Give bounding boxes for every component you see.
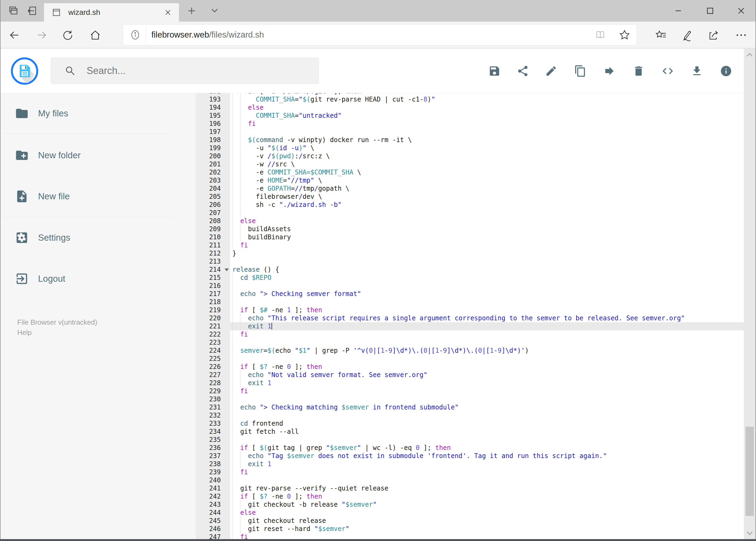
sidebar-item-new-folder[interactable]: New folder [15,147,81,164]
copy-button[interactable] [573,64,588,78]
code-line[interactable]: echo "Tag $semver does not exist in subm… [230,452,744,460]
search-input[interactable]: Search... [51,57,319,84]
fold-arrow-icon[interactable] [225,269,229,271]
set-tabs-aside-icon[interactable] [26,5,38,17]
code-line[interactable]: filebrowser/dev \ [230,193,744,201]
scroll-down-icon[interactable] [745,529,754,537]
vertical-scrollbar[interactable] [744,49,755,539]
code-line[interactable] [230,476,744,484]
code-line[interactable]: COMMIT_SHA="untracked" [230,112,744,120]
sidebar-item-new-file[interactable]: New file [15,188,70,205]
code-line[interactable]: fi [230,387,744,395]
forward-icon[interactable] [36,29,48,41]
move-button[interactable] [602,64,617,78]
code-line[interactable]: exit 1 [230,379,744,387]
code-line[interactable]: sh -c "./wizard.sh -b" [230,201,744,209]
rename-button[interactable] [544,64,559,78]
code-line[interactable]: echo "> Checking matching $semver in fro… [230,403,744,411]
code-line[interactable]: echo "Not valid semver format. See semve… [230,371,744,379]
code-line[interactable]: cd frontend [230,419,744,427]
favorite-star-icon[interactable] [619,29,631,41]
code-line[interactable]: else [230,217,744,225]
code-line[interactable]: $(command -v winpty) docker run --rm -it… [230,136,744,144]
code-line[interactable]: fi [230,241,744,249]
code-line[interactable]: -u "$(id -u)" \ [230,144,744,152]
delete-button[interactable] [631,64,646,78]
code-line[interactable] [230,128,744,136]
share-button[interactable] [516,64,530,78]
code-line[interactable]: git checkout release [230,517,744,525]
code-line[interactable]: git fetch --all [230,427,744,436]
code-line[interactable]: echo "> Checking semver format" [230,290,744,298]
code-line[interactable] [230,395,744,403]
help-link[interactable]: Help [17,328,32,337]
code-line[interactable]: else [230,104,744,112]
code-line[interactable]: cd $REPO [230,273,744,282]
scrollbar-thumb[interactable] [745,427,754,516]
tab-list-chevron-icon[interactable] [209,7,220,15]
code-line[interactable]: echo "This release script requires a sin… [230,314,744,322]
code-line[interactable]: -e COMMIT_SHA=$COMMIT_SHA \ [230,168,744,176]
code-line[interactable] [230,258,744,266]
code-line[interactable]: if [ $(git tag | grep "$semver" | wc -l)… [230,444,744,452]
site-info-icon[interactable] [129,29,141,41]
code-editor[interactable]: if [ -d "/$REPO/.git" ]; then COMMIT_SHA… [230,93,744,541]
code-line[interactable] [230,411,744,419]
code-line[interactable]: exit 1 [230,460,744,468]
close-window-button[interactable] [729,4,753,18]
download-button[interactable] [690,64,704,78]
hub-favorites-icon[interactable] [654,29,667,41]
home-icon[interactable] [89,29,102,41]
code-line[interactable] [230,355,744,363]
browser-tab[interactable]: wizard.sh [44,3,179,22]
sidebar-item-logout[interactable]: Logout [15,270,65,287]
code-line[interactable]: -e GOPATH=//tmp/gopath \ [230,185,744,193]
tab-close-icon[interactable] [164,8,172,16]
code-line[interactable] [230,298,744,306]
code-line[interactable]: if [ $# -ne 1 ]; then [230,306,744,314]
refresh-icon[interactable] [62,29,74,41]
code-line[interactable] [230,282,744,290]
minimize-button[interactable] [666,4,690,18]
url-text: filebrowser.web/files/wizard.sh [151,30,594,40]
sidebar-item-my-files[interactable]: My files [15,105,68,122]
code-line[interactable]: git rev-parse --verify --quiet release [230,484,744,492]
code-line[interactable] [230,209,744,217]
scroll-up-icon[interactable] [745,51,754,59]
save-button[interactable] [487,64,502,78]
gear-icon [15,231,29,245]
filebrowser-logo[interactable] [11,57,38,85]
maximize-button[interactable] [698,4,722,18]
code-line[interactable]: git checkout -b release "$semver" [230,500,744,509]
annotate-pen-icon[interactable] [681,29,694,42]
code-line[interactable]: if [ -d "/$REPO/.git" ]; then [230,93,744,95]
code-line[interactable]: buildAssets [230,225,744,233]
code-line[interactable]: } [230,249,744,258]
code-line[interactable]: if [ $? -ne 0 ]; then [230,363,744,371]
code-line[interactable]: git reset --hard "$semver" [230,525,744,533]
info-button[interactable] [719,64,733,78]
code-line[interactable]: semver=$(echo "$1" | grep -P '^v(0|[1-9]… [230,346,744,355]
code-line[interactable]: COMMIT_SHA="$(git rev-parse HEAD | cut -… [230,95,744,104]
code-line[interactable]: else [230,509,744,517]
code-line[interactable]: fi [230,330,744,338]
code-line[interactable] [230,436,744,444]
code-line[interactable] [230,338,744,346]
code-line[interactable]: -e HOME="//tmp" \ [230,176,744,185]
more-menu-icon[interactable] [735,32,748,38]
code-line[interactable]: fi [230,468,744,476]
code-line[interactable]: release () { [230,266,744,273]
share-page-icon[interactable] [707,29,720,42]
code-line[interactable]: buildBinary [230,233,744,241]
back-icon[interactable] [8,29,21,41]
code-line[interactable]: fi [230,120,744,128]
new-tab-button[interactable] [186,5,197,17]
code-line[interactable]: exit 1 [230,322,744,330]
code-line[interactable]: -w //src \ [230,160,744,168]
tab-preview-icon[interactable] [7,5,19,17]
url-field[interactable]: filebrowser.web/files/wizard.sh [123,24,637,45]
code-line[interactable]: -v /$(pwd):/src:z \ [230,152,744,160]
code-line[interactable]: if [ $? -ne 0 ]; then [230,492,744,500]
source-code-button[interactable] [660,64,675,78]
sidebar-item-settings[interactable]: Settings [15,230,70,246]
